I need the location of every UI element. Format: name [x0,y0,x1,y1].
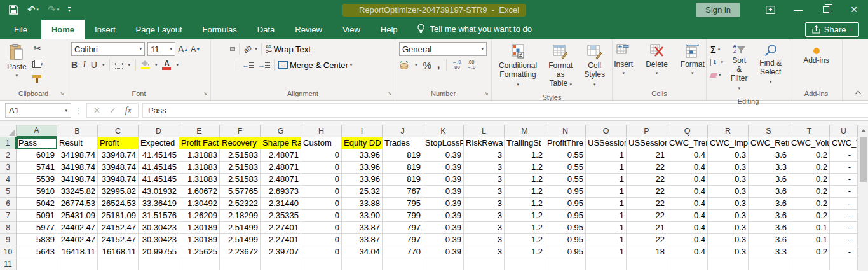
cell-U2[interactable]: - [830,149,858,162]
cell-M10[interactable]: 1.2 [505,246,545,258]
tab-formulas[interactable]: Formulas [193,20,247,39]
name-box-dropdown-icon[interactable]: ▾ [65,108,67,113]
cell-R10[interactable]: 0.3 [708,246,749,258]
cell-L3[interactable]: 3 [464,162,505,174]
cell-P7[interactable]: 22 [627,210,667,222]
align-middle-icon[interactable] [222,48,226,50]
cell-F10[interactable]: 2.23672 [220,246,261,258]
insert-function-icon[interactable]: fx [125,106,132,116]
paste-dropdown-icon[interactable]: ▾ [16,71,18,80]
cell-A1[interactable]: Pass [17,137,57,149]
cell-I4[interactable]: 33.96 [342,174,383,186]
customize-qat-icon[interactable]: ▾ [68,7,71,12]
cell-M2[interactable]: 1.2 [505,149,545,162]
align-left-icon[interactable] [215,64,219,66]
cell-S4[interactable]: 3.6 [749,174,789,186]
cell-M7[interactable]: 1.2 [505,210,545,222]
redo-dropdown-icon[interactable]: ▾ [57,7,60,12]
font-dialog-launcher-icon[interactable]: ↘ [203,88,208,98]
number-dialog-launcher-icon[interactable]: ↘ [484,88,489,98]
accounting-format-icon[interactable] [399,61,409,69]
column-header-U[interactable]: U [830,125,858,137]
undo-button[interactable]: ↶▾ [27,4,39,15]
cell-G6[interactable]: 2.31440 [261,198,301,210]
cell-G10[interactable]: 2.39707 [261,246,301,258]
cell-G11[interactable] [261,258,301,270]
cell-C6[interactable]: 26524.53 [98,198,139,210]
tab-view[interactable]: View [332,20,370,39]
align-right-icon[interactable] [230,64,234,66]
minimize-button[interactable]: — [784,0,812,19]
row-header-6[interactable]: 6 [0,198,17,210]
column-header-O[interactable]: O [586,125,627,137]
cell-K10[interactable]: 0.39 [423,246,464,258]
cell-I8[interactable]: 33.87 [342,222,383,234]
cell-C2[interactable]: 33948.74 [98,149,139,162]
cell-F8[interactable]: 2.51499 [220,222,261,234]
cell-D7[interactable]: 31.51576 [139,210,179,222]
italic-button[interactable]: I [83,60,86,70]
cell-F3[interactable]: 2.51583 [220,162,261,174]
cell-D10[interactable]: 20.99755 [139,246,179,258]
column-header-E[interactable]: E [179,125,220,137]
row-header-8[interactable]: 8 [0,222,17,234]
row-header-7[interactable]: 7 [0,210,17,222]
cell-S2[interactable]: 3.6 [749,149,789,162]
cell-I10[interactable]: 34.04 [342,246,383,258]
cell-H10[interactable]: 0 [301,246,342,258]
cell-C3[interactable]: 33948.74 [98,162,139,174]
cell-R3[interactable]: 0.3 [708,162,749,174]
cell-H3[interactable]: 0 [301,162,342,174]
cell-Q6[interactable]: 0.4 [667,198,708,210]
cell-H7[interactable]: 0 [301,210,342,222]
cell-T9[interactable]: 0.1 [789,234,830,246]
tab-help[interactable]: Help [370,20,408,39]
column-header-T[interactable]: T [789,125,830,137]
cell-L4[interactable]: 3 [464,174,505,186]
cell-O3[interactable]: 1 [586,162,627,174]
cell-F5[interactable]: 5.57765 [220,186,261,198]
cell-U7[interactable]: - [830,210,858,222]
column-header-A[interactable]: A [17,125,57,137]
cell-A6[interactable]: 5042 [17,198,57,210]
cancel-icon[interactable]: ✕ [93,106,100,115]
cell-S10[interactable]: 3.3 [749,246,789,258]
format-cells-button[interactable]: Format ▾ [677,42,708,80]
bold-button[interactable]: B [71,60,78,70]
cell-A5[interactable]: 5910 [17,186,57,198]
row-header-2[interactable]: 2 [0,149,17,162]
cell-Q8[interactable]: 0.4 [667,222,708,234]
decrease-font-icon[interactable]: A▼ [191,45,200,53]
cell-I5[interactable]: 25.32 [342,186,383,198]
cell-R9[interactable]: 0.3 [708,234,749,246]
row-header-4[interactable]: 4 [0,174,17,186]
percent-style-button[interactable]: % [423,60,431,71]
cell-O1[interactable]: USSession [586,137,627,149]
row-header-11[interactable]: 11 [0,258,17,270]
cell-C1[interactable]: Profit [98,137,139,149]
cell-P3[interactable]: 22 [627,162,667,174]
cell-S11[interactable] [749,258,789,270]
cell-N2[interactable]: 0.55 [545,149,586,162]
cell-D3[interactable]: 41.45145 [139,162,179,174]
undo-dropdown-icon[interactable]: ▾ [37,7,39,12]
font-name-combo[interactable]: Calibri▾ [71,42,145,56]
column-header-B[interactable]: B [57,125,98,137]
cell-H1[interactable]: Custom [301,137,342,149]
cell-K3[interactable]: 0.39 [423,162,464,174]
column-header-N[interactable]: N [545,125,586,137]
accounting-dropdown-icon[interactable]: ▾ [415,62,417,67]
fill-color-dropdown-icon[interactable]: ▾ [155,62,158,67]
scroll-up-icon[interactable] [858,125,868,136]
underline-button[interactable]: U [91,60,97,70]
sign-in-button[interactable]: Sign in [696,3,740,17]
cell-U6[interactable]: - [830,198,858,210]
cell-S9[interactable]: 3.6 [749,234,789,246]
decrease-decimal-button[interactable]: .00→.0 [466,60,475,70]
cell-B9[interactable]: 24402.47 [57,234,98,246]
cell-Q10[interactable]: 0.4 [667,246,708,258]
enter-icon[interactable]: ✓ [109,106,116,115]
align-bottom-icon[interactable] [230,47,235,51]
clear-button[interactable]: ▾ [710,69,723,81]
cell-A2[interactable]: 6019 [17,149,57,162]
